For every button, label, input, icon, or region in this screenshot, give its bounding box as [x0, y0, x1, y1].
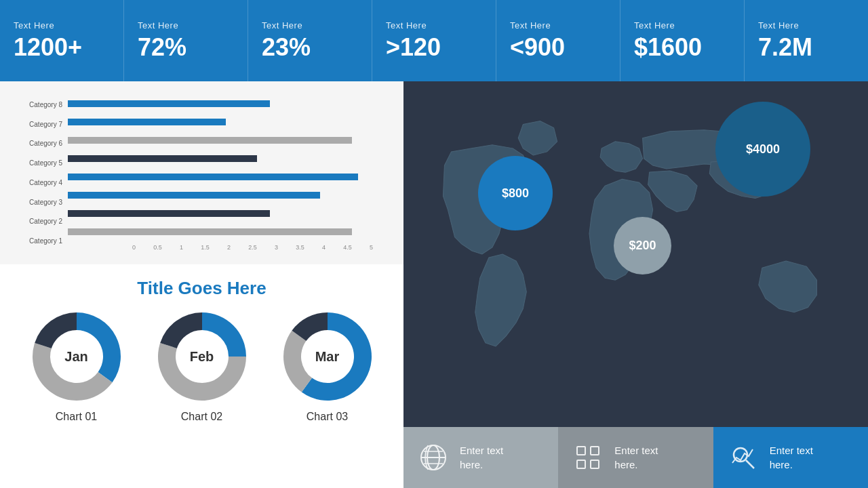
- axis-label-5: 2.5: [241, 244, 264, 251]
- svg-rect-8: [577, 447, 585, 455]
- bar-row-7: [68, 227, 383, 237]
- stat-label-5: Text Here: [634, 20, 730, 30]
- stat-label-6: Text Here: [758, 20, 854, 30]
- stat-label-0: Text Here: [14, 20, 110, 30]
- axis-label-0: 0: [122, 244, 146, 251]
- bar-row-0: [68, 99, 383, 108]
- donut-item-1: FebChart 02: [155, 309, 250, 423]
- map-section: $800$200$4000: [403, 81, 868, 427]
- bar-fill-0: [68, 100, 270, 107]
- donut-title: Title Goes Here: [137, 278, 266, 299]
- svg-line-13: [746, 460, 754, 468]
- axis-label-7: 3.5: [288, 244, 312, 251]
- bar-row-6: [68, 209, 383, 218]
- bar-label-1: Category 7: [14, 119, 62, 129]
- donut-center-2: Mar: [315, 349, 340, 365]
- stat-value-1: 72%: [138, 33, 234, 62]
- bar-fill-1: [68, 119, 226, 125]
- bar-row-1: [68, 117, 383, 127]
- bubble-0: $800: [478, 156, 553, 230]
- donut-section: Title Goes Here JanChart 01FebChart 02Ma…: [0, 264, 403, 488]
- svg-rect-11: [591, 460, 599, 468]
- donut-chart-label-1: Chart 02: [181, 411, 222, 423]
- stat-value-3: >120: [386, 33, 482, 62]
- left-panel: Category 8Category 7Category 6Category 5…: [0, 81, 403, 488]
- bar-row-2: [68, 136, 383, 145]
- axis-label-10: 5: [359, 244, 383, 251]
- top-stat-0: Text Here 1200+: [0, 0, 124, 81]
- bottom-icon-1: [572, 441, 604, 474]
- bar-row-5: [68, 190, 383, 200]
- bar-label-2: Category 6: [14, 139, 62, 148]
- bar-label-7: Category 1: [14, 237, 62, 246]
- top-stats-bar: Text Here 1200+Text Here 72%Text Here 23…: [0, 0, 868, 81]
- axis-label-8: 4: [312, 244, 336, 251]
- donut-chart-label-2: Chart 03: [307, 411, 348, 423]
- stat-value-0: 1200+: [14, 33, 110, 62]
- donut-svg-2: Mar: [280, 309, 375, 404]
- bar-label-5: Category 3: [14, 197, 62, 207]
- stat-label-3: Text Here: [386, 20, 482, 30]
- top-stat-2: Text Here 23%: [248, 0, 372, 81]
- bubble-1: $200: [614, 217, 671, 274]
- top-stat-5: Text Here $1600: [620, 0, 745, 81]
- donut-center-1: Feb: [190, 349, 214, 365]
- donut-item-0: JanChart 01: [29, 309, 124, 423]
- bottom-text-1: Enter texthere.: [614, 443, 658, 472]
- stat-value-6: 7.2M: [758, 33, 854, 62]
- bar-label-4: Category 4: [14, 178, 62, 187]
- bar-fill-5: [68, 192, 320, 199]
- axis-label-6: 3: [264, 244, 288, 251]
- bottom-text-0: Enter texthere.: [460, 443, 503, 472]
- donut-charts-row: JanChart 01FebChart 02MarChart 03: [14, 309, 390, 423]
- donut-svg-0: Jan: [29, 309, 124, 404]
- bar-fill-6: [68, 210, 270, 217]
- axis-label-9: 4.5: [336, 244, 359, 251]
- stat-value-4: <900: [510, 33, 606, 62]
- bubble-2: $4000: [715, 102, 810, 197]
- bar-label-3: Category 5: [14, 159, 62, 168]
- bottom-icon-0: [417, 441, 450, 474]
- stat-label-1: Text Here: [138, 20, 234, 30]
- top-stat-1: Text Here 72%: [124, 0, 248, 81]
- bottom-icon-2: [727, 441, 760, 474]
- axis-label-2: 1: [170, 244, 193, 251]
- bottom-item-2: Enter texthere.: [713, 427, 868, 488]
- stat-label-2: Text Here: [262, 20, 358, 30]
- top-stat-6: Text Here 7.2M: [745, 0, 868, 81]
- main-content: Category 8Category 7Category 6Category 5…: [0, 81, 868, 488]
- donut-center-0: Jan: [64, 349, 87, 365]
- bar-chart-section: Category 8Category 7Category 6Category 5…: [0, 81, 403, 264]
- bar-row-3: [68, 154, 383, 163]
- bottom-text-2: Enter texthere.: [770, 443, 813, 472]
- axis-label-4: 2: [217, 244, 241, 251]
- bottom-item-0: Enter texthere.: [403, 427, 558, 488]
- bar-row-4: [68, 172, 383, 182]
- donut-chart-label-0: Chart 01: [56, 411, 97, 423]
- svg-rect-9: [591, 447, 599, 455]
- bar-label-6: Category 2: [14, 217, 62, 226]
- bar-chart-container: Category 8Category 7Category 6Category 5…: [14, 95, 383, 251]
- axis-label-1: 0.5: [146, 244, 170, 251]
- bar-fill-7: [68, 228, 352, 235]
- stat-value-5: $1600: [634, 33, 730, 62]
- top-stat-3: Text Here >120: [372, 0, 496, 81]
- bar-fill-4: [68, 174, 358, 180]
- bar-fill-3: [68, 155, 257, 162]
- bar-label-0: Category 8: [14, 100, 62, 109]
- axis-label-3: 1.5: [193, 244, 217, 251]
- top-stat-4: Text Here <900: [496, 0, 620, 81]
- bottom-item-1: Enter texthere.: [558, 427, 713, 488]
- stat-value-2: 23%: [262, 33, 358, 62]
- bottom-bar: Enter texthere.Enter texthere.Enter text…: [403, 427, 868, 488]
- donut-svg-1: Feb: [155, 309, 250, 404]
- stat-label-4: Text Here: [510, 20, 606, 30]
- svg-rect-10: [577, 460, 585, 468]
- bar-fill-2: [68, 137, 352, 144]
- donut-item-2: MarChart 03: [280, 309, 375, 423]
- right-panel: $800$200$4000 Enter texthere.Enter texth…: [403, 81, 868, 488]
